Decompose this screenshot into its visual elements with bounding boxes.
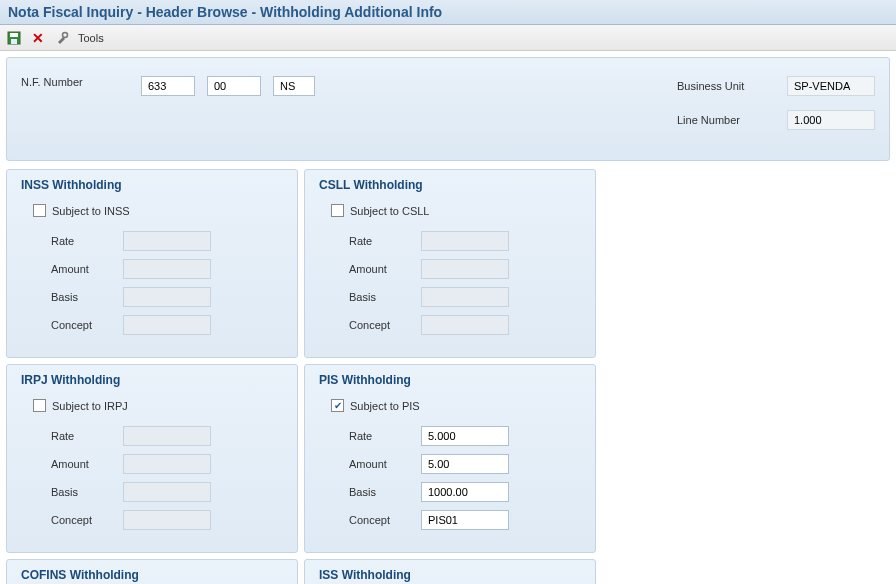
- pis-amount-label: Amount: [331, 458, 421, 470]
- inss-amount-field[interactable]: [123, 259, 211, 279]
- csll-subject-checkbox[interactable]: [331, 204, 344, 217]
- toolbar: ✕ Tools: [0, 25, 896, 51]
- svg-rect-2: [11, 39, 17, 44]
- irpj-concept-field[interactable]: [123, 510, 211, 530]
- svg-point-3: [63, 32, 68, 37]
- csll-subject-label: Subject to CSLL: [350, 205, 430, 217]
- inss-rate-field[interactable]: [123, 231, 211, 251]
- csll-basis-field[interactable]: [421, 287, 509, 307]
- irpj-basis-label: Basis: [33, 486, 123, 498]
- csll-amount-field[interactable]: [421, 259, 509, 279]
- nf-number-3-input[interactable]: [273, 76, 315, 96]
- csll-title: CSLL Withholding: [319, 178, 581, 192]
- header-panel: N.F. Number Business Unit Line Number: [6, 57, 890, 161]
- csll-concept-field[interactable]: [421, 315, 509, 335]
- nf-number-1-input[interactable]: [141, 76, 195, 96]
- nf-number-label: N.F. Number: [21, 76, 101, 88]
- pis-rate-label: Rate: [331, 430, 421, 442]
- inss-concept-field[interactable]: [123, 315, 211, 335]
- pis-concept-label: Concept: [331, 514, 421, 526]
- pis-basis-field[interactable]: [421, 482, 509, 502]
- pis-basis-label: Basis: [331, 486, 421, 498]
- cofins-title: COFINS Withholding: [21, 568, 283, 582]
- csll-amount-label: Amount: [331, 263, 421, 275]
- irpj-concept-label: Concept: [33, 514, 123, 526]
- cofins-panel: COFINS Withholding ✔ Subject to COFINS R…: [6, 559, 298, 584]
- iss-title: ISS Withholding: [319, 568, 581, 582]
- inss-amount-label: Amount: [33, 263, 123, 275]
- irpj-amount-label: Amount: [33, 458, 123, 470]
- business-unit-label: Business Unit: [677, 80, 757, 92]
- tools-menu[interactable]: Tools: [78, 32, 104, 44]
- irpj-rate-field[interactable]: [123, 426, 211, 446]
- pis-panel: PIS Withholding ✔ Subject to PIS Rate Am…: [304, 364, 596, 553]
- tools-icon[interactable]: [54, 30, 70, 46]
- inss-panel: INSS Withholding Subject to INSS Rate Am…: [6, 169, 298, 358]
- csll-rate-field[interactable]: [421, 231, 509, 251]
- save-icon[interactable]: [6, 30, 22, 46]
- irpj-title: IRPJ Withholding: [21, 373, 283, 387]
- inss-subject-label: Subject to INSS: [52, 205, 130, 217]
- pis-title: PIS Withholding: [319, 373, 581, 387]
- irpj-panel: IRPJ Withholding Subject to IRPJ Rate Am…: [6, 364, 298, 553]
- inss-title: INSS Withholding: [21, 178, 283, 192]
- inss-rate-label: Rate: [33, 235, 123, 247]
- inss-basis-field[interactable]: [123, 287, 211, 307]
- csll-panel: CSLL Withholding Subject to CSLL Rate Am…: [304, 169, 596, 358]
- inss-concept-label: Concept: [33, 319, 123, 331]
- irpj-amount-field[interactable]: [123, 454, 211, 474]
- pis-rate-field[interactable]: [421, 426, 509, 446]
- svg-rect-1: [10, 33, 18, 37]
- irpj-rate-label: Rate: [33, 430, 123, 442]
- pis-subject-checkbox[interactable]: ✔: [331, 399, 344, 412]
- irpj-subject-checkbox[interactable]: [33, 399, 46, 412]
- line-number-field: [787, 110, 875, 130]
- irpj-subject-label: Subject to IRPJ: [52, 400, 128, 412]
- inss-basis-label: Basis: [33, 291, 123, 303]
- csll-basis-label: Basis: [331, 291, 421, 303]
- inss-subject-checkbox[interactable]: [33, 204, 46, 217]
- business-unit-field: [787, 76, 875, 96]
- window-title: Nota Fiscal Inquiry - Header Browse - Wi…: [0, 0, 896, 25]
- pis-concept-field[interactable]: [421, 510, 509, 530]
- line-number-label: Line Number: [677, 114, 757, 126]
- csll-concept-label: Concept: [331, 319, 421, 331]
- iss-panel: ISS Withholding Subject to ISS Rate Amou…: [304, 559, 596, 584]
- delete-icon[interactable]: ✕: [30, 30, 46, 46]
- pis-amount-field[interactable]: [421, 454, 509, 474]
- nf-number-2-input[interactable]: [207, 76, 261, 96]
- csll-rate-label: Rate: [331, 235, 421, 247]
- pis-subject-label: Subject to PIS: [350, 400, 420, 412]
- irpj-basis-field[interactable]: [123, 482, 211, 502]
